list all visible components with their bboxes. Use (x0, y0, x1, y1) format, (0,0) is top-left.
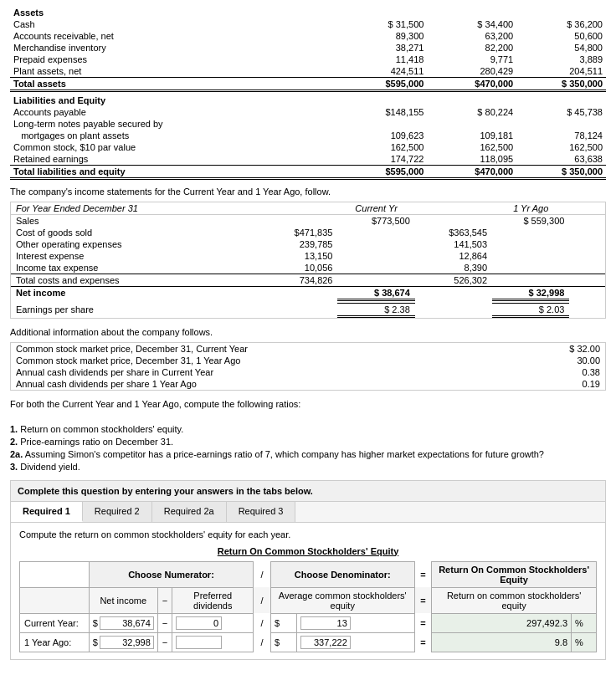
question-1: 1. Return on common stockholders' equity… (10, 424, 606, 434)
liab-ap-col2: $ 80,224 (427, 106, 516, 118)
income-row-total-costs: Total costs and expenses 734,826 526,302 (11, 274, 605, 286)
liab-mortgages-col2: 109,181 (427, 130, 516, 141)
income-label-total-costs: Total costs and expenses (11, 274, 260, 286)
questions-intro: For both the Current Year and 1 Year Ago… (10, 399, 606, 409)
question-2: 2. Price-earnings ratio on December 31. (10, 437, 606, 447)
asset-prepaid-col1: 11,418 (338, 54, 428, 65)
liab-label-common-stock: Common stock, $10 par value (10, 141, 338, 153)
tab-required2a[interactable]: Required 2a (152, 502, 227, 522)
current-denominator-input[interactable] (300, 616, 351, 630)
returns-current-equals: = (414, 613, 432, 632)
additional-label-2: Common stock market price, December 31, … (11, 355, 427, 366)
returns-table-wrapper: Return On Common Stockholders' Equity Ch… (19, 546, 597, 652)
total-assets-label: Total assets (10, 78, 338, 91)
returns-table: Choose Numerator: / Choose Denominator: … (19, 561, 597, 652)
income-row-sales: Sales $773,500 $ 559,300 (11, 214, 605, 227)
income-row-opex: Other operating expenses 239,785 141,503 (11, 238, 605, 250)
formula-minus: − (157, 587, 172, 613)
current-num-currency: $ (93, 618, 98, 628)
tabs-header-text: Complete this question by entering your … (11, 481, 605, 502)
total-liab-col1: $595,000 (338, 165, 428, 178)
asset-inv-col2: 82,200 (427, 42, 516, 54)
asset-ar-col3: 50,600 (516, 30, 606, 42)
liab-cs-col3: 162,500 (516, 141, 606, 153)
tabs-bar: Required 1 Required 2 Required 2a Requir… (11, 502, 605, 523)
prior-denominator-input[interactable] (300, 636, 351, 649)
additional-row-4: Annual cash dividends per share 1 Year A… (11, 378, 605, 390)
additional-val-2: 30.00 (427, 355, 605, 366)
returns-header-denominator: Choose Denominator: (270, 561, 414, 587)
returns-current-denom-currency: $ (270, 613, 296, 632)
income-eps-current: $ 2.38 (337, 303, 414, 316)
tab-required3[interactable]: Required 3 (227, 502, 296, 522)
formula-avg-equity: Average common stockholders' equity (270, 587, 414, 613)
returns-label-prior: 1 Year Ago: (20, 632, 90, 652)
total-assets-col3: $ 350,000 (516, 78, 606, 91)
additional-row-2: Common stock market price, December 31, … (11, 355, 605, 366)
returns-prior-denom-currency: $ (270, 632, 296, 652)
income-label-netincome: Net income (11, 286, 260, 299)
income-header-blank (260, 202, 337, 215)
narrative1: The company's income statements for the … (10, 187, 606, 197)
liab-row-retained: Retained earnings 174,722 118,095 63,638 (10, 153, 606, 166)
liab-row-notes: Long-term notes payable secured by (10, 118, 606, 130)
returns-row-prior: 1 Year Ago: $ − / $ (20, 632, 597, 652)
asset-label-ar: Accounts receivable, net (10, 30, 338, 42)
tab-content: Compute the return on common stockholder… (11, 523, 605, 659)
income-interest-prior: 12,864 (415, 250, 492, 262)
income-row-eps: Earnings per share $ 2.38 $ 2.03 (11, 303, 605, 316)
returns-current-minus: − (157, 613, 172, 632)
returns-header-result: Return On Common Stockholders' Equity (432, 561, 597, 587)
returns-prior-minus: − (157, 632, 172, 652)
asset-row-inventory: Merchandise inventory 38,271 82,200 54,8… (10, 42, 606, 54)
additional-val-4: 0.19 (427, 378, 605, 390)
income-row-tax: Income tax expense 10,056 8,390 (11, 262, 605, 274)
asset-inv-col3: 54,800 (516, 42, 606, 54)
income-header-row: For Year Ended December 31 Current Yr 1 … (11, 202, 605, 215)
income-sales-prior: $ 559,300 (492, 214, 569, 227)
asset-prepaid-col3: 3,889 (516, 54, 606, 65)
income-tax-current: 10,056 (260, 262, 337, 274)
current-numerator-input[interactable] (100, 616, 154, 630)
income-cogs-prior: $363,545 (415, 227, 492, 238)
asset-label-prepaid: Prepaid expenses (10, 54, 338, 65)
liab-row-mortgages: mortgages on plant assets 109,623 109,18… (10, 130, 606, 141)
tab-required2[interactable]: Required 2 (83, 502, 152, 522)
returns-current-numerator-currency: $ (89, 613, 157, 632)
returns-current-pct: % (572, 613, 597, 632)
returns-prior-result: 9.8 (432, 632, 572, 652)
liab-label-mortgages: mortgages on plant assets (10, 130, 338, 141)
asset-plant-col3: 204,511 (516, 65, 606, 78)
income-header-current: Current Yr (337, 202, 414, 215)
assets-title: Assets (10, 7, 338, 18)
asset-cash-col2: $ 34,400 (427, 18, 516, 30)
returns-current-result: 297,492.3 (432, 613, 572, 632)
total-liabilities-row: Total liabilities and equity $595,000 $4… (10, 165, 606, 178)
liab-ap-col1: $148,155 (338, 106, 428, 118)
asset-cash-col3: $ 36,200 (516, 18, 606, 30)
total-liabilities-label: Total liabilities and equity (10, 165, 338, 178)
prior-preferred-input[interactable] (176, 636, 222, 649)
current-preferred-input[interactable] (176, 616, 222, 630)
tabs-section: Complete this question by entering your … (10, 480, 606, 660)
additional-info-section: Common stock market price, December 31, … (10, 342, 606, 391)
additional-row-3: Annual cash dividends per share in Curre… (11, 366, 605, 378)
liab-label-ap: Accounts payable (10, 106, 338, 118)
tab-description: Compute the return on common stockholder… (19, 529, 597, 539)
prior-numerator-input[interactable] (100, 636, 154, 649)
income-header-blank2 (415, 202, 492, 215)
narrative2: Additional information about the company… (10, 327, 606, 337)
returns-divider-header: / (254, 561, 271, 587)
returns-prior-preferred (172, 632, 254, 652)
income-netincome-prior: $ 32,998 (492, 286, 569, 299)
additional-val-3: 0.38 (427, 366, 605, 378)
income-header-prior: 1 Yr Ago (492, 202, 569, 215)
income-row-cogs: Cost of goods sold $471,835 $363,545 (11, 227, 605, 238)
additional-val-1: $ 32.00 (427, 343, 605, 355)
income-opex-current: 239,785 (260, 238, 337, 250)
income-netincome-current: $ 38,674 (337, 286, 414, 299)
returns-prior-equals: = (414, 632, 432, 652)
returns-table-title: Return On Common Stockholders' Equity (19, 546, 597, 556)
tab-required1[interactable]: Required 1 (11, 502, 83, 522)
income-opex-prior: 141,503 (415, 238, 492, 250)
